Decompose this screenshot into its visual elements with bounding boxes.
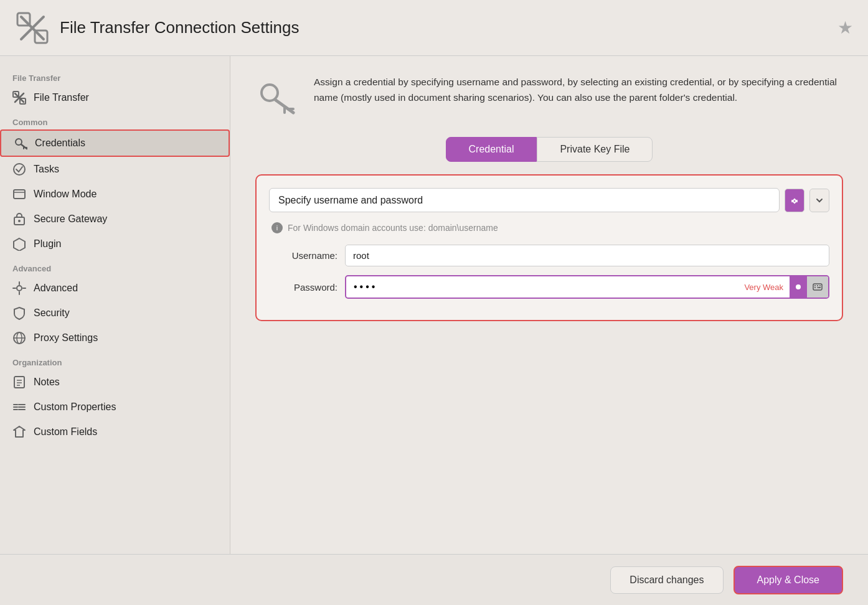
footer: Discard changes Apply & Close (0, 554, 868, 605)
sidebar-item-notes[interactable]: Notes (0, 370, 230, 395)
tab-private-key-file[interactable]: Private Key File (537, 137, 653, 162)
sidebar: File Transfer File Transfer Common (0, 56, 230, 554)
sidebar-item-plugin[interactable]: Plugin (0, 232, 230, 256)
sidebar-item-credentials-label: Credentials (35, 138, 85, 149)
credential-type-row: Specify username and password (269, 188, 829, 212)
sidebar-item-custom-fields[interactable]: Custom Fields (0, 420, 230, 444)
sidebar-item-credentials[interactable]: Credentials (0, 129, 230, 157)
sidebar-item-custom-fields-label: Custom Fields (34, 426, 97, 438)
proxy-icon (12, 331, 26, 345)
sidebar-item-proxy-settings[interactable]: Proxy Settings (0, 326, 230, 350)
tab-credential[interactable]: Credential (446, 137, 537, 162)
sidebar-item-tasks[interactable]: Tasks (0, 157, 230, 182)
username-label: Username: (269, 250, 337, 261)
secure-gateway-icon (12, 212, 26, 226)
sidebar-item-window-mode[interactable]: Window Mode (0, 182, 230, 207)
username-input[interactable] (345, 245, 829, 266)
dropdown-caret-button[interactable] (809, 189, 829, 212)
tasks-icon (12, 162, 26, 176)
sidebar-section-advanced: Advanced (0, 256, 230, 276)
tab-bar: Credential Private Key File (255, 137, 843, 162)
password-visibility-button[interactable] (790, 276, 807, 298)
sidebar-section-organization: Organization (0, 350, 230, 370)
custom-properties-icon (12, 400, 26, 414)
info-icon: i (271, 222, 283, 233)
sidebar-item-secure-gateway[interactable]: Secure Gateway (0, 207, 230, 232)
content-area: Assign a credential by specifying userna… (230, 56, 868, 554)
password-strength-label: Very Weak (738, 283, 790, 292)
notes-icon (12, 375, 26, 389)
sidebar-section-file-transfer: File Transfer (0, 66, 230, 85)
description-section: Assign a credential by specifying userna… (255, 75, 843, 118)
favorite-star-icon[interactable]: ★ (837, 17, 853, 38)
svg-point-16 (18, 220, 21, 222)
main-layout: File Transfer File Transfer Common (0, 56, 868, 554)
sidebar-item-tasks-label: Tasks (34, 164, 59, 175)
sidebar-item-security-label: Security (34, 307, 70, 319)
header: File Transfer Connection Settings ★ (0, 0, 868, 56)
sidebar-item-secure-gateway-label: Secure Gateway (34, 213, 107, 225)
username-row: Username: (269, 245, 829, 266)
sidebar-section-common: Common (0, 110, 230, 129)
advanced-icon (12, 281, 26, 295)
sidebar-item-plugin-label: Plugin (34, 238, 61, 250)
credentials-large-icon (255, 75, 299, 118)
sidebar-item-custom-properties-label: Custom Properties (34, 401, 116, 413)
spin-button[interactable] (785, 189, 804, 212)
svg-rect-13 (14, 190, 25, 199)
hint-row: i For Windows domain accounts use: domai… (269, 222, 829, 233)
sidebar-item-custom-properties[interactable]: Custom Properties (0, 395, 230, 420)
sidebar-item-security[interactable]: Security (0, 301, 230, 326)
password-keyboard-button[interactable] (807, 276, 828, 298)
window-mode-icon (12, 187, 26, 201)
password-input[interactable] (346, 276, 738, 298)
svg-rect-37 (813, 284, 822, 290)
svg-rect-25 (14, 377, 24, 388)
sidebar-item-notes-label: Notes (34, 377, 60, 388)
password-label: Password: (269, 282, 337, 293)
sidebar-item-proxy-label: Proxy Settings (34, 332, 98, 344)
discard-button[interactable]: Discard changes (610, 566, 723, 594)
custom-fields-icon (12, 425, 26, 439)
file-transfer-icon (12, 91, 26, 105)
plugin-icon (12, 237, 26, 251)
security-icon (12, 306, 26, 320)
svg-point-17 (17, 286, 22, 291)
svg-point-12 (14, 164, 25, 175)
sidebar-item-file-transfer[interactable]: File Transfer (0, 85, 230, 110)
sidebar-item-advanced[interactable]: Advanced (0, 276, 230, 301)
credential-panel: Specify username and password i Fo (255, 174, 843, 321)
description-text: Assign a credential by specifying userna… (314, 75, 843, 106)
password-field-container: Very Weak (345, 275, 829, 299)
sidebar-item-window-mode-label: Window Mode (34, 189, 97, 200)
apply-close-button[interactable]: Apply & Close (734, 566, 844, 594)
app-icon (15, 11, 50, 45)
page-title: File Transfer Connection Settings (60, 18, 828, 37)
svg-point-35 (262, 85, 278, 101)
sidebar-item-advanced-label: Advanced (34, 283, 78, 294)
hint-text: For Windows domain accounts use: domain\… (288, 223, 498, 233)
password-row: Password: Very Weak (269, 275, 829, 299)
credential-type-select[interactable]: Specify username and password (269, 188, 780, 212)
credentials-icon (14, 136, 27, 150)
svg-point-36 (796, 284, 801, 289)
sidebar-item-file-transfer-label: File Transfer (34, 92, 89, 103)
